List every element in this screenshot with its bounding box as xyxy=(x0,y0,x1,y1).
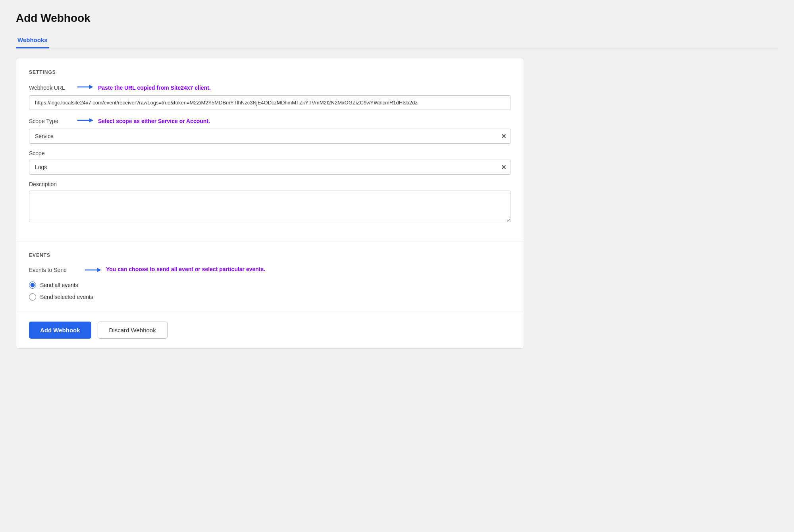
main-card: SETTINGS Webhook URL Paste the URL copie… xyxy=(16,58,524,349)
tab-bar: Webhooks xyxy=(16,33,778,48)
scope-value: Logs xyxy=(35,164,47,170)
radio-item-selected[interactable]: Send selected events xyxy=(29,293,511,301)
events-section: EVENTS Events to Send You can choose to … xyxy=(16,241,524,312)
scope-label: Scope xyxy=(29,150,511,156)
description-input[interactable] xyxy=(29,191,511,222)
webhook-url-arrow-icon xyxy=(77,83,93,92)
radio-all-label: Send all events xyxy=(40,282,78,288)
description-field-group: Description xyxy=(29,181,511,227)
scope-clear-icon[interactable]: ✕ xyxy=(501,164,506,171)
settings-section: SETTINGS Webhook URL Paste the URL copie… xyxy=(16,58,524,241)
tab-webhooks[interactable]: Webhooks xyxy=(16,33,49,48)
scope-select-wrapper: Logs ✕ xyxy=(29,160,511,175)
discard-webhook-button[interactable]: Discard Webhook xyxy=(98,322,168,339)
events-radio-group: Send all events Send selected events xyxy=(29,281,511,301)
events-to-send-arrow-icon xyxy=(85,266,101,275)
scope-type-row: Scope Type Select scope as either Servic… xyxy=(29,116,511,125)
svg-marker-3 xyxy=(89,118,93,122)
events-to-send-hint: You can choose to send all event or sele… xyxy=(106,266,265,272)
radio-selected-events[interactable] xyxy=(29,293,36,301)
radio-all-events[interactable] xyxy=(29,281,36,289)
webhook-url-input[interactable] xyxy=(29,95,511,110)
scope-type-arrow-icon xyxy=(77,116,93,125)
page-title: Add Webhook xyxy=(16,12,778,25)
radio-selected-label: Send selected events xyxy=(40,294,93,300)
webhook-url-hint: Paste the URL copied from Site24x7 clien… xyxy=(98,85,211,91)
svg-marker-5 xyxy=(97,268,101,272)
scope-type-label: Scope Type xyxy=(29,118,73,124)
webhook-url-label: Webhook URL xyxy=(29,85,73,91)
events-title: EVENTS xyxy=(29,253,511,258)
scope-field-group: Scope Logs ✕ xyxy=(29,150,511,175)
webhook-url-row: Webhook URL Paste the URL copied from Si… xyxy=(29,83,511,92)
button-row: Add Webhook Discard Webhook xyxy=(16,312,524,348)
description-label: Description xyxy=(29,181,511,187)
scope-type-value: Service xyxy=(35,133,54,139)
settings-title: SETTINGS xyxy=(29,69,511,75)
scope-type-select-wrapper: Service ✕ xyxy=(29,129,511,144)
radio-item-all[interactable]: Send all events xyxy=(29,281,511,289)
events-to-send-row: Events to Send You can choose to send al… xyxy=(29,266,511,275)
scope-type-hint: Select scope as either Service or Accoun… xyxy=(98,118,210,124)
svg-marker-1 xyxy=(89,85,93,89)
scope-type-clear-icon[interactable]: ✕ xyxy=(501,133,506,140)
scope-select[interactable]: Logs xyxy=(29,160,511,175)
events-to-send-label: Events to Send xyxy=(29,266,81,273)
scope-type-select[interactable]: Service xyxy=(29,129,511,144)
add-webhook-button[interactable]: Add Webhook xyxy=(29,322,91,339)
